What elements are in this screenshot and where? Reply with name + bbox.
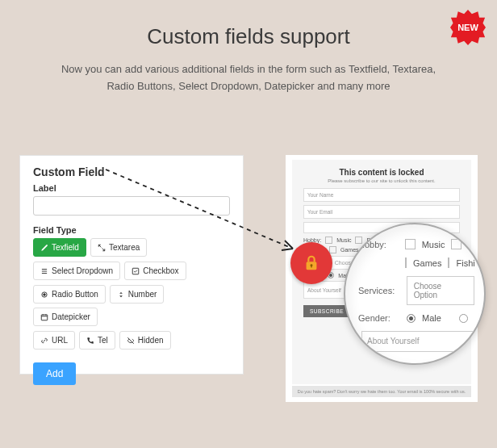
chip-label: Tel <box>98 336 108 345</box>
chip-label: Textarea <box>109 243 140 252</box>
chip-label: Radio Button <box>52 290 98 299</box>
lock-seal <box>290 242 332 284</box>
label-label: Label <box>33 183 230 193</box>
page-title: Custom fields support <box>0 0 497 49</box>
type-tel-button[interactable]: Tel <box>79 331 115 350</box>
hobby-d-checkbox[interactable] <box>355 237 362 244</box>
type-number-button[interactable]: Number <box>110 285 165 304</box>
svg-point-2 <box>44 293 46 295</box>
mag-services-select[interactable]: Choose Option <box>407 276 474 305</box>
type-datepicker-button[interactable]: Datepicker <box>33 308 98 326</box>
chip-label: Datepicker <box>52 312 90 321</box>
type-textfield-button[interactable]: Texfield <box>33 238 86 257</box>
mag-services-ph: Choose Option <box>414 282 441 299</box>
link-icon <box>40 337 48 345</box>
name-placeholder: Your Name <box>307 192 333 198</box>
mag-services-label: Services: <box>358 286 400 295</box>
footer-note: Do you hate spam? Don't worry we hate th… <box>292 386 471 397</box>
magnifier: Hobby: Music D Games Fishi Services: Cho… <box>344 223 486 365</box>
list-icon <box>40 267 48 275</box>
mag-about-textarea[interactable]: About Yourself <box>361 331 474 352</box>
mag-hobby-music: Music <box>422 240 445 249</box>
mag-gender-other-radio[interactable] <box>459 314 468 323</box>
hobby-music-label: Music <box>336 237 351 243</box>
chip-label: Hidden <box>138 336 164 345</box>
pencil-icon <box>40 244 48 252</box>
hobby-games-label: Games <box>340 247 359 253</box>
mag-gender-label: Gender: <box>358 313 400 323</box>
chip-label: Select Dropdown <box>52 266 113 275</box>
lock-icon <box>303 254 320 272</box>
mag-services-row: Services: Choose Option <box>358 276 474 305</box>
mag-hobby-d-checkbox[interactable] <box>451 239 461 249</box>
mag-hobby-row-2: Games Fishi <box>358 257 474 268</box>
mag-hobby-fish-checkbox[interactable] <box>448 257 449 268</box>
subscribe-button[interactable]: SUBSCRIBE <box>303 305 350 317</box>
mag-gender-male-radio[interactable] <box>407 314 416 323</box>
mag-hobby-fish: Fishi <box>456 258 474 268</box>
phone-icon <box>86 337 94 345</box>
chip-label: Number <box>128 290 157 299</box>
mag-gender-male: Male <box>422 313 441 323</box>
radio-icon <box>40 291 48 299</box>
type-url-button[interactable]: URL <box>33 331 75 350</box>
chip-label: Checkbox <box>143 266 178 275</box>
page-subtitle: Now you can add various additional field… <box>55 61 442 95</box>
new-badge-label: NEW <box>457 23 478 32</box>
svg-rect-6 <box>311 266 311 268</box>
type-hidden-button[interactable]: Hidden <box>119 331 171 350</box>
expand-icon <box>98 244 106 252</box>
mag-hobby-row: Hobby: Music D <box>358 239 474 249</box>
eye-off-icon <box>127 337 135 345</box>
mag-gender-row: Gender: Male <box>358 313 474 323</box>
checkbox-icon <box>132 267 140 275</box>
chip-label: Texfield <box>52 243 79 252</box>
type-radio-button[interactable]: Radio Button <box>33 285 106 304</box>
add-button[interactable]: Add <box>33 362 76 385</box>
calendar-icon <box>40 313 48 321</box>
name-input[interactable]: Your Name <box>303 188 460 202</box>
field-type-label: Field Type <box>33 225 230 235</box>
type-checkbox-button[interactable]: Checkbox <box>124 262 186 280</box>
label-input[interactable] <box>33 196 230 216</box>
type-select-button[interactable]: Select Dropdown <box>33 262 120 280</box>
card-title: Custom Field <box>33 165 230 178</box>
locked-title: This content is locked <box>303 168 460 177</box>
locked-subtitle: Please subscribe to our site to unlock t… <box>303 178 460 183</box>
hobby-games-checkbox[interactable] <box>329 246 336 253</box>
type-textarea-button[interactable]: Textarea <box>90 238 147 257</box>
about-placeholder: About Yourself <box>307 287 341 293</box>
mag-about-ph: About Yourself <box>367 337 420 345</box>
hobby-music-checkbox[interactable] <box>325 237 332 244</box>
mag-hobby-games-checkbox[interactable] <box>405 257 407 268</box>
svg-rect-3 <box>41 314 48 320</box>
mag-hobby-music-checkbox[interactable] <box>405 239 416 249</box>
email-placeholder: Your Email <box>307 209 332 215</box>
custom-field-card: Custom Field Label Field Type Texfield T… <box>19 155 244 375</box>
mag-hobby-games: Games <box>413 258 441 268</box>
sort-icon <box>117 291 125 299</box>
email-input[interactable]: Your Email <box>303 205 460 219</box>
chip-label: URL <box>52 336 68 345</box>
